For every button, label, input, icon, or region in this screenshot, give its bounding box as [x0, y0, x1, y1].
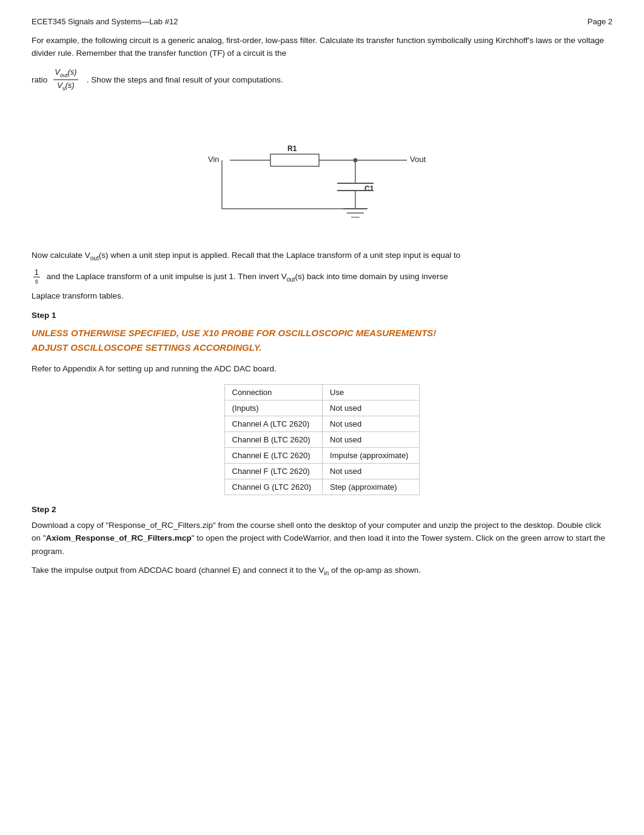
vin-label: Vin	[208, 155, 220, 164]
connection-table: Connection Use (Inputs) Not used Channel…	[224, 384, 420, 495]
table-cell: Channel F (LTC 2620)	[224, 463, 323, 479]
circuit-svg: Vin Vout R1 C1	[176, 107, 468, 235]
table-row: Channel B (LTC 2620) Not used	[224, 431, 420, 447]
refer-text: Refer to Appendix A for setting up and r…	[32, 363, 612, 376]
warning-block: UNLESS OTHERWISE SPECIFIED, USE X10 PROB…	[32, 326, 612, 354]
transfer-function-fraction: Vout(s) Vs(s)	[53, 67, 78, 93]
table-cell: Not used	[323, 400, 420, 416]
table-cell: Impulse (approximate)	[323, 447, 420, 463]
bold-filename: Axiom_Response_of_RC_Filters.mcp	[46, 533, 192, 543]
fraction-line: 1 s and the Laplace transform of a unit …	[32, 268, 612, 286]
fraction-continuation: and the Laplace transform of a unit impu…	[47, 272, 448, 283]
table-cell: Channel B (LTC 2620)	[224, 431, 323, 447]
table-cell: Not used	[323, 416, 420, 431]
vout-label: Vout	[410, 155, 426, 164]
one-over-s-fraction: 1 s	[33, 268, 40, 286]
vout-calc-para: Now calculate Vout(s) when a unit step i…	[32, 249, 612, 263]
fraction-numerator: Vout(s)	[53, 67, 78, 80]
table-header-row: Connection Use	[224, 384, 420, 400]
table-row: Channel A (LTC 2620) Not used	[224, 416, 420, 431]
fraction-denominator: Vs(s)	[56, 80, 75, 92]
table-cell: (Inputs)	[224, 400, 323, 416]
col-use-header: Use	[323, 384, 420, 400]
warning-line2: ADJUST OSCILLOSCOPE SETTINGS ACCORDINGLY…	[32, 340, 612, 354]
svg-rect-1	[270, 154, 319, 166]
table-cell: Channel G (LTC 2620)	[224, 479, 323, 495]
c1-label: C1	[364, 184, 374, 193]
page-header: ECET345 Signals and Systems—Lab #12 Page…	[32, 17, 612, 26]
table-cell: Channel A (LTC 2620)	[224, 416, 323, 431]
ratio-label: ratio	[32, 75, 47, 84]
ratio-block: ratio Vout(s) Vs(s) . Show the steps and…	[32, 67, 612, 93]
table-cell: Not used	[323, 431, 420, 447]
header-left: ECET345 Signals and Systems—Lab #12	[32, 17, 178, 26]
fraction-num: 1	[33, 268, 40, 277]
table-cell: Step (approximate)	[323, 479, 420, 495]
intro-paragraph: For example, the following circuit is a …	[32, 35, 612, 60]
table-row: Channel G (LTC 2620) Step (approximate)	[224, 479, 420, 495]
circuit-diagram: Vin Vout R1 C1	[32, 104, 612, 238]
warning-line1: UNLESS OTHERWISE SPECIFIED, USE X10 PROB…	[32, 326, 612, 340]
table-row: Channel E (LTC 2620) Impulse (approximat…	[224, 447, 420, 463]
fraction-den: s	[34, 277, 40, 285]
ratio-description: . Show the steps and final result of you…	[87, 75, 283, 84]
r1-label: R1	[287, 144, 297, 153]
step2-para1: Download a copy of "Response_of_RC_Filte…	[32, 519, 612, 558]
step2-header: Step 2	[32, 505, 612, 514]
table-cell: Not used	[323, 463, 420, 479]
step1-header: Step 1	[32, 311, 612, 320]
laplace-tables-line: Laplace transform tables.	[32, 289, 612, 303]
table-row: Channel F (LTC 2620) Not used	[224, 463, 420, 479]
col-connection-header: Connection	[224, 384, 323, 400]
step2-para2: Take the impulse output from ADCDAC boar…	[32, 564, 612, 578]
table-cell: Channel E (LTC 2620)	[224, 447, 323, 463]
table-row: (Inputs) Not used	[224, 400, 420, 416]
header-right: Page 2	[588, 17, 612, 26]
